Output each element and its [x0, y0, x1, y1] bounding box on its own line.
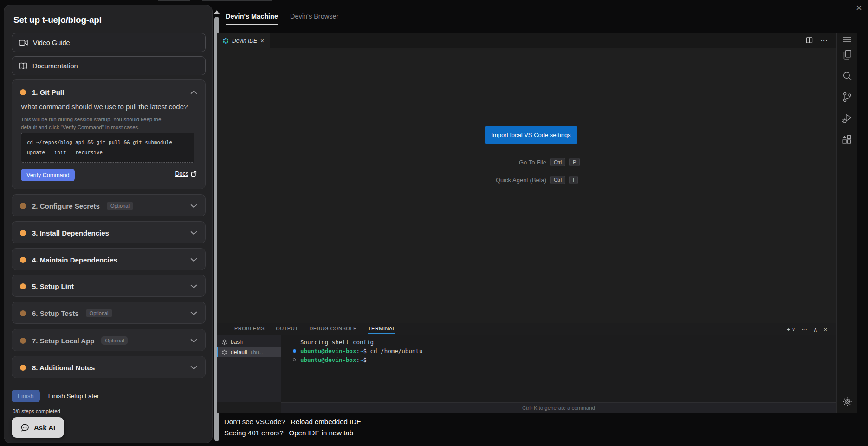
chat-bubble-icon — [20, 423, 29, 432]
external-link-icon — [191, 171, 197, 177]
reload-embedded-ide-link[interactable]: Reload embedded IDE — [291, 418, 361, 426]
verify-command-button[interactable]: Verify Command — [21, 169, 75, 181]
chevron-down-icon[interactable] — [190, 258, 197, 262]
step-card-setup-tests[interactable]: 6. Setup Tests Optional — [12, 302, 206, 324]
panel-tab-terminal[interactable]: TERMINAL — [368, 326, 396, 334]
documentation-button[interactable]: Documentation — [12, 56, 206, 75]
new-terminal-icon[interactable]: + — [787, 326, 790, 333]
optional-badge: Optional — [86, 309, 112, 317]
ask-ai-label: Ask AI — [34, 424, 55, 432]
chevron-down-icon[interactable] — [190, 284, 197, 289]
terminal-hint-bar: Ctrl+K to generate a command — [281, 402, 836, 413]
terminal-list: bash default ubu... — [217, 335, 281, 402]
key-ctrl: Ctrl — [550, 176, 565, 184]
docs-link[interactable]: Docs — [175, 171, 197, 177]
open-ide-new-tab-link[interactable]: Open IDE in new tab — [289, 429, 353, 437]
ask-ai-button[interactable]: Ask AI — [12, 417, 64, 438]
chevron-down-icon[interactable] — [190, 339, 197, 343]
top-clipped-fragment — [202, 0, 272, 1]
maximize-panel-icon[interactable]: ∧ — [813, 326, 818, 333]
book-icon — [19, 62, 27, 69]
devin-logo-icon — [222, 38, 229, 44]
split-editor-icon[interactable] — [806, 37, 813, 44]
prompt-sign: $ — [363, 356, 367, 363]
shortcut-label: Quick Agent (Beta) — [412, 177, 546, 184]
step-card-setup-local-app[interactable]: 7. Setup Local App Optional — [12, 329, 206, 351]
footer-question: Seeing 401 errors? — [224, 429, 284, 437]
prompt-separator: : — [356, 356, 360, 363]
terminal-name: bash — [231, 339, 243, 345]
step-label: 2. Configure Secrets — [32, 202, 100, 210]
step-card-maintain-dependencies[interactable]: 4. Maintain Dependencies — [12, 248, 206, 270]
close-panel-icon[interactable]: × — [823, 326, 827, 333]
page-title: Set up t-uejo/blog-api — [13, 15, 102, 25]
finish-setup-later-link[interactable]: Finish Setup Later — [48, 393, 99, 400]
devin-logo-icon — [221, 349, 227, 355]
machine-browser-tabs: Devin's Machine Devin's Browser — [226, 13, 338, 25]
extensions-icon[interactable] — [842, 134, 852, 144]
video-camera-icon — [19, 39, 28, 46]
panel-tab-debug-console[interactable]: DEBUG CONSOLE — [309, 326, 356, 334]
tab-devins-browser[interactable]: Devin's Browser — [290, 13, 338, 25]
devin-ide-frame: Devin IDE × ⋯ Import local VS Code setti… — [217, 33, 857, 413]
chevron-down-icon[interactable] — [190, 311, 197, 315]
video-guide-button[interactable]: Video Guide — [12, 33, 206, 52]
step-card-install-dependencies[interactable]: 3. Install Dependencies — [12, 221, 206, 243]
chevron-down-icon[interactable] — [190, 366, 197, 370]
key-i: I — [569, 176, 578, 184]
terminal-text: Sourcing shell config — [300, 339, 374, 346]
chevron-down-icon[interactable] — [190, 231, 197, 235]
source-control-icon[interactable] — [842, 92, 852, 103]
top-clipped-content — [158, 0, 399, 1]
step-card-additional-notes[interactable]: 8. Additional Notes — [12, 356, 206, 378]
step-label: 3. Install Dependencies — [32, 229, 109, 237]
tab-devins-machine[interactable]: Devin's Machine — [226, 13, 278, 25]
terminal-name: default — [231, 349, 247, 355]
activity-bar — [836, 33, 857, 413]
search-icon[interactable] — [842, 71, 853, 81]
step-card-setup-lint[interactable]: 5. Setup Lint — [12, 275, 206, 297]
step-header-git-pull[interactable]: 1. Git Pull — [12, 80, 205, 100]
prompt-user: ubuntu@devin-box — [300, 348, 356, 354]
terminal-item-bash[interactable]: bash — [217, 337, 281, 347]
bottom-panel: PROBLEMS OUTPUT DEBUG CONSOLE TERMINAL +… — [217, 323, 836, 413]
tab-close-icon[interactable]: × — [260, 38, 264, 44]
step-status-dot — [20, 365, 26, 371]
scrollbar-up-arrow[interactable] — [214, 10, 220, 14]
terminal-dropdown-icon[interactable]: ∨ — [792, 327, 795, 332]
step-status-dot — [20, 257, 26, 263]
git-pull-command-input[interactable]: cd ~/repos/blog-api && git pull && git s… — [21, 133, 194, 163]
panel-tab-output[interactable]: OUTPUT — [276, 326, 298, 334]
chevron-down-icon[interactable] — [190, 204, 197, 208]
docs-link-label: Docs — [175, 171, 188, 177]
step-card-git-pull: 1. Git Pull What command should we use t… — [12, 79, 206, 189]
cube-icon — [221, 339, 227, 345]
close-icon[interactable]: × — [856, 2, 862, 14]
step-label: 5. Setup Lint — [32, 282, 74, 290]
step-card-configure-secrets[interactable]: 2. Configure Secrets Optional — [12, 194, 206, 216]
run-debug-icon[interactable] — [842, 113, 853, 124]
step-label: 4. Maintain Dependencies — [32, 256, 117, 264]
setup-sidebar: Set up t-uejo/blog-api Video Guide Docum… — [4, 5, 213, 443]
chevron-up-icon[interactable] — [190, 90, 197, 94]
terminal-line: Sourcing shell config — [300, 338, 836, 347]
panel-more-icon[interactable]: ⋯ — [801, 326, 807, 333]
menu-icon[interactable] — [842, 36, 852, 43]
panel-header: PROBLEMS OUTPUT DEBUG CONSOLE TERMINAL +… — [217, 323, 836, 335]
shortcut-quick-agent: Quick Agent (Beta) Ctrl I — [412, 176, 578, 184]
settings-gear-icon[interactable] — [842, 396, 853, 407]
step1-description: This will be run during session startup.… — [21, 116, 177, 131]
shortcut-label: Go To File — [412, 159, 546, 166]
key-ctrl: Ctrl — [550, 158, 565, 166]
more-actions-icon[interactable]: ⋯ — [820, 36, 828, 45]
terminal-item-default[interactable]: default ubu... — [217, 347, 281, 357]
prompt-sign: $ — [363, 348, 367, 354]
optional-badge: Optional — [107, 202, 133, 210]
panel-tab-problems[interactable]: PROBLEMS — [234, 326, 265, 334]
terminal-output[interactable]: Sourcing shell config ubuntu@devin-box:~… — [281, 335, 836, 402]
finish-button[interactable]: Finish — [12, 390, 40, 402]
import-vscode-settings-button[interactable]: Import local VS Code settings — [485, 126, 577, 144]
ide-tab-devin-ide[interactable]: Devin IDE × — [217, 33, 270, 48]
step-label: 7. Setup Local App — [32, 337, 94, 345]
explorer-icon[interactable] — [842, 49, 852, 60]
